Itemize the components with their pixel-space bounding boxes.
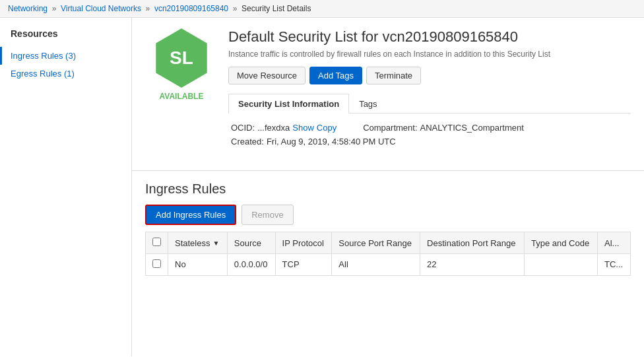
ocid-show-link[interactable]: Show (292, 123, 314, 133)
header-stateless[interactable]: Stateless ▼ (168, 232, 228, 254)
page-title: Default Security List for vcn20190809165… (228, 28, 631, 46)
tab-security-list-information[interactable]: Security List Information (228, 94, 349, 114)
sidebar-link-ingress[interactable]: Ingress Rules (3) (11, 51, 76, 61)
add-ingress-rules-button[interactable]: Add Ingress Rules (145, 205, 236, 225)
remove-button[interactable]: Remove (242, 205, 293, 225)
sidebar-title: Resources (0, 28, 131, 47)
compartment-label: Compartment: (363, 123, 417, 133)
ingress-section: Ingress Rules Add Ingress Rules Remove S… (132, 171, 644, 286)
sidebar-link-egress[interactable]: Egress Rules (1) (11, 69, 75, 79)
header-destination-port-range: Destination Port Range (420, 232, 525, 254)
breadcrumb-current: Security List Details (242, 4, 311, 13)
tab-tags[interactable]: Tags (349, 94, 387, 114)
stateless-sort[interactable]: Stateless ▼ (175, 238, 220, 248)
add-tags-button[interactable]: Add Tags (309, 67, 362, 84)
created-value: Fri, Aug 9, 2019, 4:58:40 PM UTC (267, 137, 396, 146)
info-row-created: Created: Fri, Aug 9, 2019, 4:58:40 PM UT… (228, 137, 631, 150)
created-item: Created: Fri, Aug 9, 2019, 4:58:40 PM UT… (231, 137, 396, 146)
move-resource-button[interactable]: Move Resource (228, 67, 306, 84)
table-actions: Add Ingress Rules Remove (145, 205, 631, 225)
main-content: SL AVAILABLE Default Security List for v… (132, 18, 644, 356)
tabs: Security List Information Tags (228, 94, 631, 114)
breadcrumb: Networking » Virtual Cloud Networks » vc… (0, 0, 644, 18)
header-checkbox-col (146, 232, 168, 254)
ocid-item: OCID: ...fexdxa Show Copy (231, 123, 337, 133)
row-stateless: No (168, 254, 228, 276)
row-checkbox-cell (146, 254, 168, 276)
breadcrumb-networking[interactable]: Networking (8, 4, 48, 13)
select-all-checkbox[interactable] (152, 238, 161, 246)
ocid-label: OCID: (231, 123, 255, 133)
sidebar-item-ingress-rules[interactable]: Ingress Rules (3) (0, 47, 131, 65)
row-allows: TC... (597, 254, 630, 276)
ocid-value: ...fexdxa (257, 123, 290, 133)
header-source-port-range: Source Port Range (332, 232, 420, 254)
header-info: Default Security List for vcn20190809165… (218, 28, 631, 160)
row-source-port-range: All (332, 254, 420, 276)
sidebar: Resources Ingress Rules (3) Egress Rules… (0, 18, 132, 356)
compartment-value: ANALYTICS_Compartment (420, 123, 524, 133)
stateless-label: Stateless (175, 238, 210, 248)
logo-area: SL AVAILABLE (145, 28, 218, 160)
row-destination-port-range: 22 (420, 254, 525, 276)
ingress-rules-table: Stateless ▼ Source IP Protocol Source Po… (145, 232, 631, 276)
row-type-and-code (525, 254, 598, 276)
header-section: SL AVAILABLE Default Security List for v… (132, 18, 644, 171)
header-allows: Al... (597, 232, 630, 254)
info-row-ocid: OCID: ...fexdxa Show Copy Compartment: A… (228, 123, 631, 137)
table-header-row: Stateless ▼ Source IP Protocol Source Po… (146, 232, 631, 254)
row-source: 0.0.0.0/0 (227, 254, 275, 276)
status-badge: AVAILABLE (160, 92, 204, 101)
header-source: Source (227, 232, 275, 254)
table-row: No 0.0.0.0/0 TCP All 22 TC... (146, 254, 631, 276)
header-ip-protocol: IP Protocol (275, 232, 332, 254)
header-type-and-code: Type and Code (525, 232, 598, 254)
breadcrumb-vcn[interactable]: vcn20190809165840 (154, 4, 228, 13)
compartment-item: Compartment: ANALYTICS_Compartment (363, 123, 524, 133)
row-ip-protocol: TCP (275, 254, 332, 276)
action-buttons: Move Resource Add Tags Terminate (228, 67, 631, 84)
row-checkbox[interactable] (152, 259, 161, 268)
stateless-sort-icon: ▼ (212, 240, 219, 247)
breadcrumb-vcn-list[interactable]: Virtual Cloud Networks (61, 4, 141, 13)
sidebar-item-egress-rules[interactable]: Egress Rules (1) (0, 65, 131, 82)
terminate-button[interactable]: Terminate (366, 67, 421, 84)
created-label: Created: (231, 137, 264, 146)
ingress-title: Ingress Rules (145, 181, 631, 197)
hex-logo: SL (152, 28, 211, 88)
hex-initials: SL (170, 48, 193, 69)
tab-content: OCID: ...fexdxa Show Copy Compartment: A… (228, 114, 631, 160)
page-subtitle: Instance traffic is controlled by firewa… (228, 49, 631, 59)
ocid-copy-link[interactable]: Copy (317, 123, 337, 133)
